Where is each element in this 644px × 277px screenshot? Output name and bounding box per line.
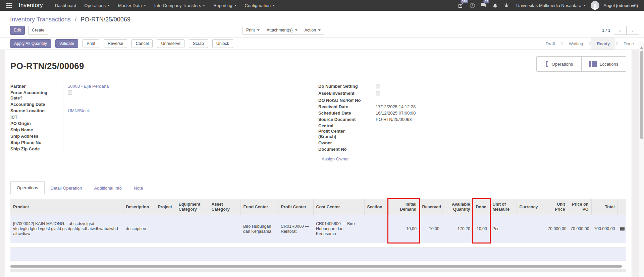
cell-asset-category[interactable] bbox=[209, 215, 240, 243]
menu-dashboard[interactable]: Dashboard bbox=[52, 0, 80, 11]
state-draft[interactable]: Draft bbox=[540, 38, 560, 50]
tab-operations[interactable]: Operations bbox=[10, 181, 45, 194]
action-dropdown[interactable]: Action bbox=[301, 26, 325, 35]
menu-operations[interactable]: Operations bbox=[81, 0, 113, 11]
col-available-quantity[interactable]: Available Quantity bbox=[442, 199, 473, 215]
source-location-value-link[interactable]: UMN/Stock bbox=[68, 108, 90, 113]
cell-unit-price[interactable]: 70.000,00 bbox=[545, 215, 568, 243]
asset-investment-checkbox[interactable] bbox=[376, 91, 380, 95]
notebook: Operations Detail Operation Additional I… bbox=[10, 181, 626, 272]
menu-master-data[interactable]: Master Data bbox=[115, 0, 150, 11]
cell-handle[interactable] bbox=[618, 215, 626, 243]
cell-fund-center[interactable]: Biro Hubungan dan Kerjasama bbox=[240, 215, 278, 243]
col-done[interactable]: Done bbox=[473, 199, 490, 215]
col-initial-demand[interactable]: Initial Demand bbox=[388, 199, 419, 215]
assign-owner-link[interactable]: Assign Owner bbox=[322, 156, 349, 161]
menu-reporting[interactable]: Reporting bbox=[210, 0, 240, 11]
pager-previous-button[interactable]: ‹ bbox=[614, 26, 627, 35]
cell-section[interactable] bbox=[364, 215, 388, 243]
page-title: PO-RTN/25/00069 bbox=[10, 61, 84, 71]
cell-cost-center[interactable]: CR01405600 — Biro Hubungan dan Kerjasama bbox=[313, 215, 364, 243]
tab-additional-info[interactable]: Additional Info bbox=[88, 182, 128, 194]
horizontal-scrollbar-thumb[interactable] bbox=[10, 265, 622, 268]
unreserve-button[interactable]: Unreserve bbox=[157, 39, 184, 48]
activities-icon[interactable] bbox=[467, 0, 477, 11]
operations-table-wrap: Product Description Project Equipment Ca… bbox=[10, 199, 626, 243]
company-switcher[interactable]: Universitas Multimedia Nusantara bbox=[513, 3, 589, 8]
user-menu[interactable]: Angel (odoodev6) bbox=[601, 3, 640, 8]
col-project[interactable]: Project bbox=[155, 199, 176, 215]
cell-available-quantity[interactable]: 170,20 bbox=[442, 215, 473, 243]
chat-icon[interactable]: 33 bbox=[479, 0, 489, 11]
owner-value bbox=[370, 140, 376, 146]
locations-smart-button[interactable]: Locations bbox=[581, 57, 626, 71]
tab-note[interactable]: Note bbox=[128, 182, 149, 194]
col-asset-category[interactable]: Asset Category bbox=[209, 199, 240, 215]
cell-description[interactable]: description bbox=[123, 215, 155, 243]
central-profit-center-branch-label: Central Profit Center (Branch) bbox=[318, 123, 370, 139]
table-row[interactable]: [07000042] KAIN MAJONG....abccdsvsfgsd v… bbox=[10, 215, 626, 243]
partner-value-link[interactable]: 10003 - Elje Perdana bbox=[68, 84, 109, 89]
cell-done[interactable]: 10,00 bbox=[473, 215, 490, 243]
col-unit-price[interactable]: Unit Price bbox=[545, 199, 568, 215]
create-button[interactable]: Create bbox=[28, 26, 48, 35]
col-description[interactable]: Description bbox=[123, 199, 155, 215]
breadcrumb-parent-link[interactable]: Inventory Transactions bbox=[10, 16, 71, 23]
attachments-dropdown[interactable]: Attachment(s) bbox=[263, 26, 301, 35]
document-no-value bbox=[370, 147, 376, 152]
pager-next-button[interactable]: › bbox=[627, 26, 639, 35]
col-price-on-po[interactable]: Price on PO bbox=[568, 199, 591, 215]
cell-project[interactable] bbox=[155, 215, 176, 243]
messages-icon[interactable]: 378 bbox=[456, 0, 466, 11]
state-waiting[interactable]: Waiting bbox=[564, 38, 589, 50]
notifications-bell-icon[interactable] bbox=[490, 0, 500, 11]
menu-configuration[interactable]: Configuration bbox=[241, 0, 278, 11]
cell-profit-center[interactable]: CR01R0000 — Rektorat bbox=[278, 215, 313, 243]
reverse-button[interactable]: Reverse bbox=[104, 39, 127, 48]
cell-price-on-po[interactable]: 70.000,00 bbox=[568, 215, 591, 243]
vertical-scrollbar[interactable] bbox=[639, 42, 644, 277]
ship-name-label: Ship Name bbox=[10, 127, 62, 133]
col-product[interactable]: Product bbox=[10, 199, 123, 215]
cell-product[interactable]: [07000042] KAIN MAJONG....abccdsvsfgsd v… bbox=[10, 215, 123, 243]
cell-total[interactable]: 700.000,00 bbox=[591, 215, 618, 243]
cell-initial-demand[interactable]: 10,00 bbox=[388, 215, 419, 243]
print-button[interactable]: Print bbox=[83, 39, 99, 48]
apply-all-quantity-button[interactable]: Apply All Quantity bbox=[10, 39, 51, 48]
chevron-down-icon bbox=[257, 29, 260, 31]
do-number-setting-checkbox[interactable] bbox=[376, 84, 380, 88]
print-dropdown[interactable]: Print bbox=[243, 26, 263, 35]
validate-button[interactable]: Validate bbox=[55, 39, 78, 48]
scrap-button[interactable]: Scrap bbox=[189, 39, 208, 48]
menu-intercompany-transfers[interactable]: InterCompany Transfers bbox=[151, 0, 209, 11]
col-total[interactable]: Total bbox=[591, 199, 618, 215]
col-section[interactable]: Section bbox=[364, 199, 388, 215]
col-cost-center[interactable]: Cost Center bbox=[313, 199, 364, 215]
scroll-up-arrow-icon[interactable] bbox=[640, 47, 643, 49]
col-profit-center[interactable]: Profit Center bbox=[278, 199, 313, 215]
tab-detail-operation[interactable]: Detail Operation bbox=[45, 182, 88, 194]
debug-bug-icon[interactable] bbox=[501, 0, 512, 11]
cell-unit-of-measure[interactable]: Pcs bbox=[490, 215, 517, 243]
cell-equipment-category[interactable] bbox=[176, 215, 209, 243]
edit-button[interactable]: Edit bbox=[10, 26, 25, 35]
force-accounting-date-checkbox[interactable] bbox=[68, 90, 72, 95]
col-currency[interactable]: Currency bbox=[517, 199, 545, 215]
col-unit-of-measure[interactable]: Unit of Measure bbox=[490, 199, 517, 215]
state-done[interactable]: Done bbox=[618, 38, 639, 50]
apps-menu-icon[interactable] bbox=[4, 0, 14, 11]
horizontal-scrollbar[interactable] bbox=[10, 265, 626, 268]
accounting-date-label: Accounting Date bbox=[10, 102, 62, 107]
col-fund-center[interactable]: Fund Center bbox=[240, 199, 278, 215]
cell-reserved[interactable]: 10,00 bbox=[419, 215, 442, 243]
unlock-button[interactable]: Unlock bbox=[212, 39, 233, 48]
col-equipment-category[interactable]: Equipment Category bbox=[176, 199, 209, 215]
operations-smart-button[interactable]: Operations bbox=[537, 57, 581, 71]
empty-table-row[interactable] bbox=[10, 248, 626, 261]
cell-currency[interactable] bbox=[517, 215, 545, 243]
state-ready[interactable]: Ready bbox=[591, 38, 615, 50]
col-reserved[interactable]: Reserved bbox=[419, 199, 442, 215]
vertical-scrollbar-thumb[interactable] bbox=[640, 51, 643, 139]
avatar[interactable] bbox=[591, 1, 599, 10]
cancel-button[interactable]: Cancel bbox=[131, 39, 153, 48]
